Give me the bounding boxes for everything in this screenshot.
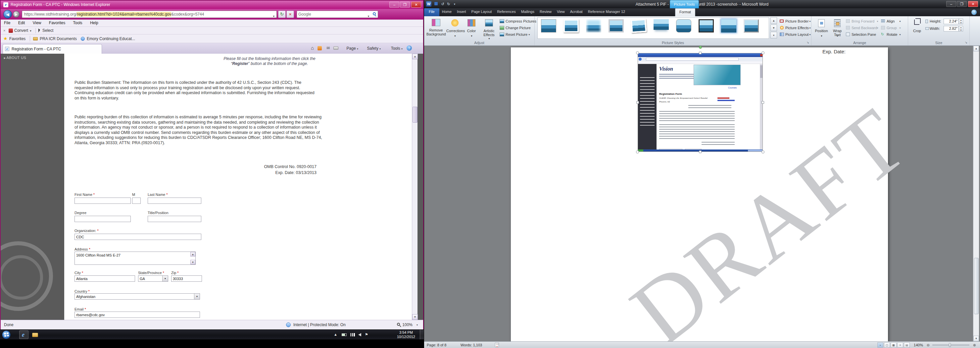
tray-volume-icon[interactable] xyxy=(358,333,361,337)
resize-handle-nw[interactable] xyxy=(636,51,639,54)
state-select[interactable]: GA ▼ xyxy=(138,275,168,282)
restore-button[interactable]: ❐ xyxy=(400,2,410,8)
search-box[interactable]: ▼ xyxy=(297,11,378,18)
picture-style-thumbnail[interactable] xyxy=(741,18,761,35)
picture-style-thumbnail[interactable] xyxy=(584,18,603,35)
view-draft-button[interactable]: ▤ xyxy=(904,342,910,348)
show-desktop-button[interactable] xyxy=(420,330,424,340)
tab-registration-form[interactable]: e Registration Form - CA PTC xyxy=(3,44,102,54)
stop-button[interactable]: × xyxy=(286,11,294,18)
title-position-input[interactable] xyxy=(148,216,201,222)
remove-background-button[interactable]: Remove Background xyxy=(426,17,445,40)
close-toolbar-icon[interactable]: × xyxy=(3,29,5,32)
minimize-button[interactable]: – xyxy=(389,2,399,8)
degree-input[interactable] xyxy=(75,216,131,222)
tray-battery-icon[interactable] xyxy=(342,334,347,336)
tab-references[interactable]: References xyxy=(494,8,518,16)
first-name-input[interactable] xyxy=(75,198,131,204)
tab-acrobat[interactable]: Acrobat xyxy=(568,8,585,16)
tab-format[interactable]: Format xyxy=(675,8,695,16)
forward-button[interactable]: ▶ xyxy=(13,11,19,18)
bring-forward-button[interactable]: Bring Forward ▼ xyxy=(846,19,880,25)
select-button[interactable]: Select xyxy=(42,28,53,33)
selected-picture[interactable]: Vision Courses Registration Form CLEAR: … xyxy=(638,53,763,152)
picture-effects-button[interactable]: Picture Effects ▼ xyxy=(780,26,810,32)
change-picture-button[interactable]: Change Picture xyxy=(500,26,534,32)
gallery-down-icon[interactable]: ▼ xyxy=(770,24,777,31)
country-select[interactable]: Afghanistan ▼ xyxy=(75,293,200,300)
sidebar-about-us[interactable]: ►ABOUT US xyxy=(3,56,26,60)
zoom-slider-thumb[interactable] xyxy=(949,343,951,347)
word-close-button[interactable]: ✕ xyxy=(968,1,978,7)
convert-button[interactable]: Convert ▼ xyxy=(14,28,32,33)
status-page-count[interactable]: Page: 8 of 8 xyxy=(427,343,446,347)
picture-style-thumbnail[interactable] xyxy=(606,18,626,35)
word-restore-button[interactable]: ❐ xyxy=(957,1,967,7)
tray-network-icon[interactable] xyxy=(350,333,355,337)
picture-style-thumbnail[interactable] xyxy=(629,18,648,35)
view-outline-button[interactable]: ≡ xyxy=(897,342,903,348)
view-fullscreen-button[interactable]: ▢ xyxy=(884,342,890,348)
zoom-out-icon[interactable]: ⊖ xyxy=(927,343,930,347)
resize-handle-e[interactable] xyxy=(762,101,764,104)
ribbon-help-icon[interactable]: ? xyxy=(971,10,977,15)
wrap-text-button[interactable]: Wrap Text ▼ xyxy=(829,17,845,40)
undo-icon[interactable]: ↺ xyxy=(440,1,445,6)
scroll-down-icon[interactable]: ▼ xyxy=(412,314,418,320)
address-scroll-up-icon[interactable]: ▲ xyxy=(190,252,195,257)
rotate-button[interactable]: ↻ Rotate ▼ xyxy=(881,32,905,38)
middle-initial-input[interactable] xyxy=(132,198,141,204)
position-button[interactable]: Position ▼ xyxy=(813,17,829,40)
zoom-in-icon[interactable]: ⊕ xyxy=(973,343,976,347)
ie-vertical-scrollbar[interactable]: ▲ ▼ xyxy=(412,54,417,320)
picture-style-thumbnail[interactable] xyxy=(539,18,558,35)
zoom-slider[interactable] xyxy=(932,345,969,345)
compress-pictures-button[interactable]: Compress Pictures xyxy=(500,19,534,25)
safety-menu[interactable]: Safety ▾ xyxy=(367,46,381,51)
proofing-status-icon[interactable]: × xyxy=(495,343,499,347)
scroll-up-icon[interactable]: ▲ xyxy=(412,54,418,59)
close-button[interactable]: ✕ xyxy=(411,2,421,8)
resize-handle-w[interactable] xyxy=(636,101,639,104)
picture-style-thumbnail[interactable] xyxy=(562,18,581,35)
picture-style-thumbnail[interactable] xyxy=(674,18,693,35)
last-name-input[interactable] xyxy=(148,198,201,204)
color-button[interactable]: Color ▼ xyxy=(464,17,479,40)
tab-file[interactable]: File xyxy=(424,8,439,16)
favorites-button[interactable]: Favorites xyxy=(9,37,25,41)
search-input[interactable] xyxy=(298,11,361,17)
picture-layout-button[interactable]: Picture Layout ▼ xyxy=(780,32,810,38)
zip-input[interactable] xyxy=(171,275,202,282)
favorites-item-pra[interactable]: PRA ICR Documents xyxy=(40,37,77,41)
resize-handle-n[interactable] xyxy=(699,52,702,54)
menu-help[interactable]: Help xyxy=(87,19,102,25)
taskbar-explorer-icon[interactable] xyxy=(30,330,40,339)
favorites-item-emory[interactable]: Emory Continuing Educat... xyxy=(87,37,135,41)
email-input[interactable] xyxy=(75,311,200,318)
gallery-up-icon[interactable]: ▲ xyxy=(770,17,777,24)
tab-review[interactable]: Review xyxy=(537,8,554,16)
word-vertical-scrollbar[interactable]: ▲ ▼ xyxy=(973,46,979,342)
align-button[interactable]: Align ▼ xyxy=(881,19,905,25)
menu-tools[interactable]: Tools xyxy=(70,19,86,25)
save-icon[interactable] xyxy=(433,1,439,6)
organization-input[interactable] xyxy=(75,234,201,240)
tray-show-hidden-icon[interactable]: ▲ xyxy=(334,332,337,337)
group-button[interactable]: Group ▼ xyxy=(881,26,905,32)
state-dropdown-icon[interactable]: ▼ xyxy=(162,276,168,281)
word-app-icon[interactable]: W xyxy=(426,1,431,6)
word-scroll-up-icon[interactable]: ▲ xyxy=(974,46,979,51)
country-dropdown-icon[interactable]: ▼ xyxy=(194,294,200,299)
status-zoom-level[interactable]: 140% xyxy=(914,343,923,347)
address-dropdown-icon[interactable]: ▼ xyxy=(272,13,275,18)
tools-menu[interactable]: Tools ▾ xyxy=(391,46,402,51)
send-backward-button[interactable]: Send Backward ▼ xyxy=(846,26,880,32)
selection-pane-button[interactable]: Selection Pane xyxy=(846,32,880,38)
tab-reference-manager[interactable]: Reference Manager 12 xyxy=(585,8,628,16)
taskbar-clock[interactable]: 3:54 PM 10/12/2012 xyxy=(397,330,415,339)
menu-edit[interactable]: Edit xyxy=(15,19,29,25)
menu-favorites[interactable]: Favorites xyxy=(46,19,68,25)
taskbar-ie-icon[interactable]: e xyxy=(19,330,29,339)
document-page[interactable]: Exp. Date: DRAFT Vision Courses Registra… xyxy=(511,47,888,342)
status-word-count[interactable]: Words: 1,103 xyxy=(461,343,482,347)
